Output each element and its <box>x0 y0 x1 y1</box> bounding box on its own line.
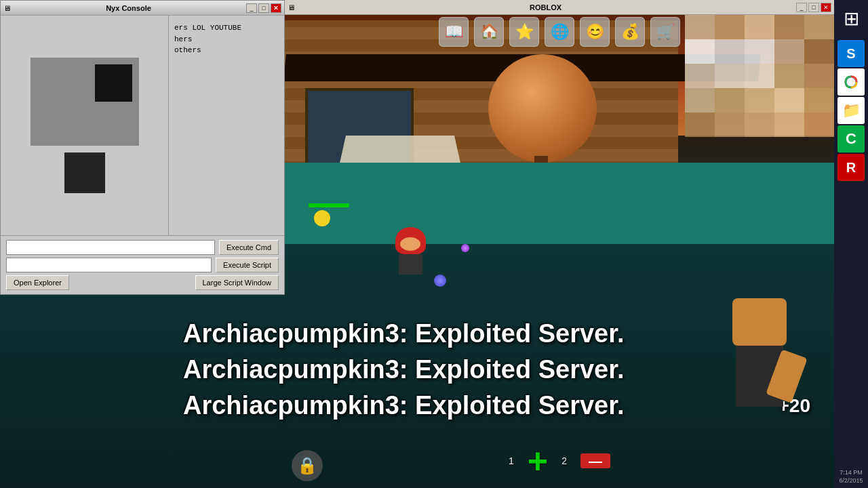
roblox-maximize-btn[interactable]: □ <box>808 3 819 12</box>
game-message-1: Archiacpumpkin3: Exploited Server. <box>183 319 732 348</box>
nyx-script-line-3: others <box>174 45 279 56</box>
camtasia-icon-btn[interactable]: C <box>837 125 865 152</box>
nyx-controls-area: Execute Cmd Execute Script Open Explorer… <box>1 236 284 294</box>
roblox-title-icon: 🖥 <box>288 3 295 12</box>
char-body <box>399 254 422 274</box>
yellow-character <box>312 210 332 237</box>
svg-point-1 <box>848 79 854 85</box>
nyx-cmd-input[interactable] <box>6 240 215 255</box>
hud-slot-1: 1 <box>509 455 514 466</box>
nyx-script-line-1: ers LOL YOUTUBE <box>174 22 279 34</box>
blue-orb <box>434 274 446 287</box>
toolbar-home-icon[interactable]: 🏠 <box>474 17 504 47</box>
purple-orb <box>461 244 469 252</box>
chrome-icon-btn[interactable] <box>837 68 865 96</box>
toolbar-avatar-icon[interactable]: 😊 <box>580 17 610 47</box>
roblox-sidebar-icon-btn[interactable]: R <box>837 154 865 181</box>
toolbar-shop-icon[interactable]: 🛒 <box>650 17 680 47</box>
sphere-tree-ball <box>488 54 597 163</box>
nyx-script-row: Execute Script <box>6 258 279 272</box>
nyx-script-input[interactable] <box>6 258 212 272</box>
nyx-console-titlebar: 🖥 Nyx Console _ □ ✕ <box>1 1 284 16</box>
game-message-2: Archiacpumpkin3: Exploited Server. <box>183 355 732 384</box>
nyx-left-panel <box>1 16 169 235</box>
roblox-close-btn[interactable]: ✕ <box>821 3 831 12</box>
nyx-console-body: ers LOL YOUTUBE hers others Execute Cmd … <box>1 16 284 294</box>
right-sidebar: ⊞ S 📁 C R 7:14 PM6/2/2015 <box>834 0 868 488</box>
roblox-title: ROBLOX <box>295 3 796 12</box>
toolbar-coins-icon[interactable]: 💰 <box>615 17 645 47</box>
nyx-script-line-2: hers <box>174 34 279 45</box>
nyx-large-script-btn[interactable]: Large Script Window <box>195 275 279 290</box>
nyx-close-btn[interactable]: ✕ <box>271 3 281 13</box>
hud-slot-2: 2 <box>561 455 567 466</box>
game-message-3: Archiacpumpkin3: Exploited Server. <box>183 391 732 420</box>
roblox-titlebar-buttons: _ □ ✕ <box>796 3 831 12</box>
nyx-bottom-row: Open Explorer Large Script Window <box>6 275 279 290</box>
black-square-overlay <box>95 64 132 102</box>
yellow-head <box>314 210 330 226</box>
hud-minus-btn[interactable]: — <box>580 453 610 468</box>
main-character <box>387 227 434 281</box>
chrome-svg <box>842 73 861 92</box>
system-datetime: 7:14 PM6/2/2015 <box>839 468 863 488</box>
nyx-execute-cmd-btn[interactable]: Execute Cmd <box>219 240 279 255</box>
nyx-main-area: ers LOL YOUTUBE hers others <box>1 16 284 236</box>
teal-wall <box>285 163 868 251</box>
health-bar <box>309 203 349 207</box>
toolbar-catalog-icon[interactable]: 📖 <box>439 17 469 47</box>
nyx-console-icon: 🖥 <box>3 4 11 12</box>
nyx-cmd-row: Execute Cmd <box>6 240 279 255</box>
nyx-small-preview <box>64 152 105 193</box>
files-icon-btn[interactable]: 📁 <box>837 97 865 124</box>
nyx-execute-script-btn[interactable]: Execute Script <box>216 258 279 272</box>
big-char-head <box>732 298 787 346</box>
game-messages: Archiacpumpkin3: Exploited Server. Archi… <box>183 319 732 420</box>
toolbar-globe-icon[interactable]: 🌐 <box>545 17 574 47</box>
nyx-script-display: ers LOL YOUTUBE hers others <box>169 16 284 235</box>
roblox-titlebar: 🖥 ROBLOX _ □ ✕ <box>285 0 834 15</box>
windows-start-btn[interactable]: ⊞ <box>836 3 866 33</box>
nyx-minimize-btn[interactable]: _ <box>246 3 257 13</box>
nyx-console-window: 🖥 Nyx Console _ □ ✕ ers LOL YOUTUBE hers… <box>0 0 285 295</box>
char-face <box>400 237 420 251</box>
roblox-minimize-btn[interactable]: _ <box>796 3 807 12</box>
lock-icon[interactable]: 🔒 <box>292 450 323 481</box>
skype-icon-btn[interactable]: S <box>837 40 865 67</box>
nyx-image-preview <box>31 58 139 146</box>
nyx-maximize-btn[interactable]: □ <box>258 3 269 13</box>
nyx-open-explorer-btn[interactable]: Open Explorer <box>6 275 69 290</box>
big-character <box>705 298 814 447</box>
roblox-toolbar: 📖 🏠 ⭐ 🌐 😊 💰 🛒 <box>285 15 834 49</box>
nyx-titlebar-buttons: _ □ ✕ <box>246 3 281 13</box>
char-head <box>395 227 426 254</box>
nyx-console-title: Nyx Console <box>11 4 246 12</box>
hud-plus-btn[interactable]: + <box>528 443 548 479</box>
toolbar-favorites-icon[interactable]: ⭐ <box>509 17 539 47</box>
